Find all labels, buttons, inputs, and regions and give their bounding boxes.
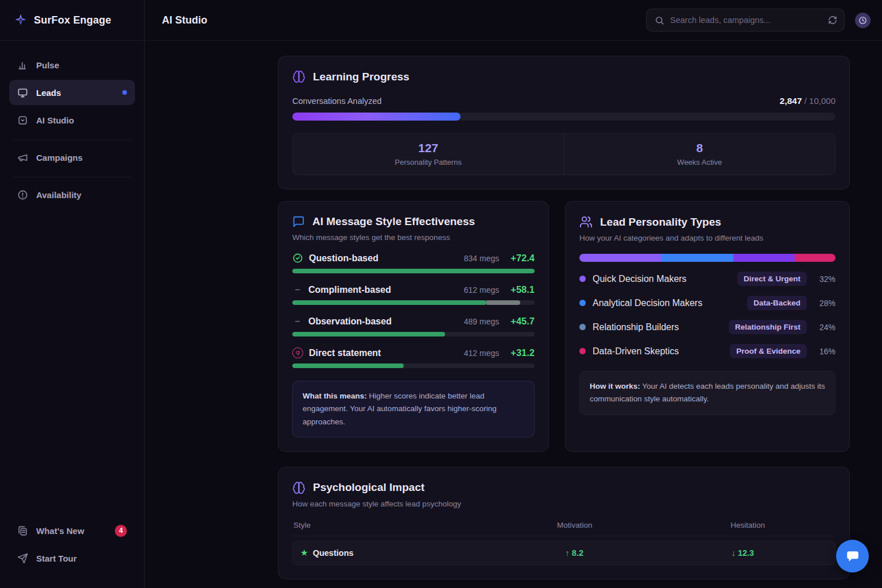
sidebar-item-start-tour[interactable]: Start Tour [9,546,135,571]
dot-icon [579,300,586,306]
divider [13,140,131,140]
personality-types-card: Lead Personality Types How your AI categ… [565,201,850,452]
personality-name: Analytical Decision Makers [593,298,702,308]
page-title: AI Studio [162,14,207,26]
card-subtitle: How each message style affects lead psyc… [292,500,835,508]
chat-bubble-icon [845,549,860,564]
stat-value: 8 [564,141,835,155]
dot-icon [579,276,586,282]
stat-label: Weeks Active [564,158,835,167]
how-it-works-note: How it works: Your AI detects each leads… [579,371,835,415]
sidebar-item-pulse[interactable]: Pulse [9,52,135,78]
sidebar-item-availability[interactable]: Availability [9,182,135,207]
logo-sparkle-icon [14,13,28,27]
personality-pct: 28% [814,299,835,308]
column-hesitation: Hesitation [662,521,834,529]
sidebar-item-ai-studio[interactable]: AI Studio [9,107,135,133]
sidebar-item-label: Pulse [36,60,59,70]
notification-dot [122,90,127,95]
style-bar-fill [292,332,445,336]
psychological-impact-card: Psychological Impact How each message st… [278,467,850,579]
column-motivation: Motivation [488,521,661,529]
row-style-cell: ★ Questions [301,548,490,558]
personality-row-skeptics: Data-Driven Skeptics Proof & Evidence 16… [579,344,835,358]
progress-current: 2,847 [780,96,802,106]
chat-square-icon [292,215,305,228]
search-box[interactable] [646,9,845,32]
personality-row-analytical: Analytical Decision Makers Data-Backed 2… [579,296,835,310]
search-input[interactable] [670,16,822,25]
sidebar-item-label: Availability [36,190,82,200]
style-label: Questions [313,548,354,558]
topbar: AI Studio [145,0,882,41]
motivation-value: ↑ 8.2 [490,548,659,558]
message-style-card: AI Message Style Effectiveness Which mes… [278,201,549,452]
style-name: Compliment-based [308,285,391,295]
personality-pct: 16% [814,347,835,356]
segment [579,254,662,262]
card-subtitle: How your AI categoriees and adapts to di… [579,234,835,242]
personality-name: Relationship Builders [593,322,679,332]
card-title: Lead Personality Types [600,216,721,229]
style-score: +58.1 [510,284,535,295]
card-title: AI Message Style Effectiveness [312,215,475,228]
style-bar-fill [292,269,535,273]
minus-icon: − [292,285,303,295]
style-row-compliment: − Compliment-based 612 megs +58.1 [292,284,535,305]
style-score: +72.4 [510,253,535,264]
refresh-icon[interactable] [828,16,837,25]
style-name: Direct statement [309,348,381,358]
segment [662,254,733,262]
progress-fill [292,113,461,121]
style-score: +31.2 [510,347,535,358]
table-row-questions: ★ Questions ↑ 8.2 ↓ 12.3 [292,541,835,565]
sidebar-nav: Pulse Leads AI Studio [0,41,144,210]
megaphone-icon [17,152,28,163]
personality-pct: 32% [814,274,835,284]
brain-icon [292,481,305,494]
dot-icon [579,324,586,330]
chat-widget-button[interactable] [836,540,869,572]
sidebar-item-leads[interactable]: Leads [9,80,135,105]
style-count: 834 megs [464,254,499,263]
stat-weeks-active: 8 Weeks Active [564,134,835,175]
stat-personality-patterns: 127 Personality Patterns [293,134,564,175]
style-count: 489 megs [464,317,499,326]
progress-total: / 10,000 [802,96,835,106]
learning-progress-card: Learning Progress Conversations Analyzed… [278,56,850,189]
sidebar-item-label: Campaigns [36,153,83,163]
minus-icon: − [292,316,303,327]
personality-row-relationship: Relationship Builders Relationship First… [579,320,835,334]
style-row-question: Question-based 834 megs +72.4 [292,253,535,273]
news-icon [17,525,28,536]
personality-badge: Proof & Evidence [730,344,807,358]
star-icon: ★ [301,548,308,557]
impact-table: Style Motivation Hesitation ★ Questions … [292,521,835,565]
style-name: Question-based [309,253,378,264]
sidebar-item-campaigns[interactable]: Campaigns [9,145,135,170]
style-bar [292,363,535,368]
brand: SurFox Engage [0,0,144,41]
style-bar [292,300,535,305]
personality-name: Quick Decision Makers [593,274,687,284]
style-row-direct: Direct statement 412 megs +31.2 [292,347,535,368]
sidebar-footer: What's New 4 Start Tour [0,518,144,588]
clock-avatar-button[interactable] [855,13,871,28]
card-title: Psychological Impact [313,481,424,494]
progress-label: Conversations Analyzed [292,96,382,106]
style-bar [292,269,535,273]
divider [13,177,131,177]
search-icon [655,16,664,25]
personality-badge: Data-Backed [747,296,807,310]
card-title: Learning Progress [313,71,409,83]
personality-name: Data-Driven Skeptics [593,346,679,357]
style-count: 612 megs [464,285,499,295]
sidebar-item-label: Start Tour [36,554,77,563]
personality-distribution-bar [579,254,835,262]
learning-stats: 127 Personality Patterns 8 Weeks Active [292,133,835,175]
sidebar-item-whats-new[interactable]: What's New 4 [9,518,135,543]
thumbs-down-icon [292,347,303,358]
personality-badge: Direct & Urgent [737,272,807,286]
style-bar-ghost [486,300,520,305]
column-style: Style [293,521,488,529]
